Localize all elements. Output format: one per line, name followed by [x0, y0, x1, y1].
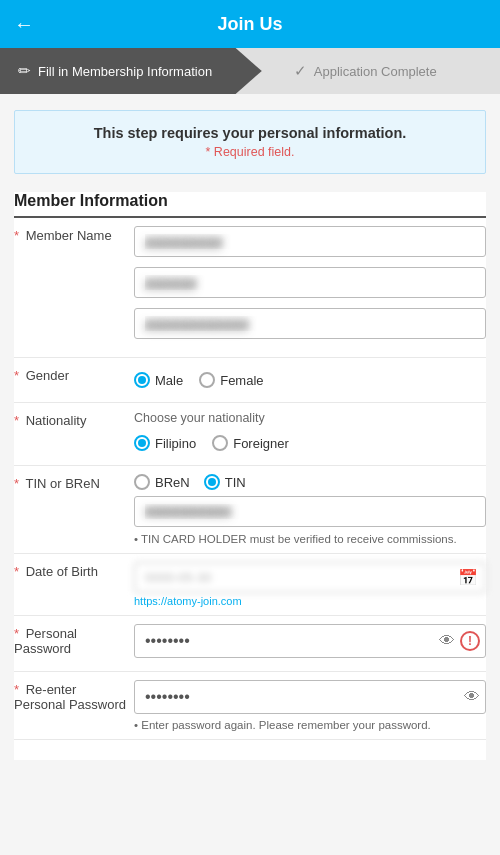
step-fill-info-label: Fill in Membership Information — [38, 64, 212, 79]
re-password-icons: 👁 — [464, 688, 480, 706]
dob-input[interactable] — [134, 562, 486, 593]
info-box-subtitle: * Required field. — [31, 145, 469, 159]
nationality-filipino[interactable]: Filipino — [134, 435, 196, 451]
re-password-input-wrapper: 👁 — [134, 680, 486, 714]
nationality-field: Choose your nationality Filipino Foreign… — [134, 403, 486, 466]
member-name-input-2-wrapper: XXXXXX — [134, 267, 486, 303]
gender-female-radio[interactable] — [199, 372, 215, 388]
gender-radio-group: Male Female — [134, 366, 486, 394]
edit-icon: ✏ — [18, 62, 31, 80]
member-name-fields: XXXXXXXXX XXXXXX XXXXXXXXXXXX — [134, 218, 486, 358]
back-button[interactable]: ← — [14, 13, 34, 36]
password-field: 👁 ! — [134, 616, 486, 672]
info-icon[interactable]: ! — [460, 631, 480, 651]
member-name-row: * Member Name XXXXXXXXX XXXXXX XXXXXXXXX… — [14, 218, 486, 358]
section-title: Member Information — [14, 192, 486, 218]
re-password-input[interactable] — [134, 680, 486, 714]
tin-bren-hint: TIN CARD HOLDER must be verified to rece… — [134, 533, 486, 545]
dob-row: * Date of Birth 📅 https://atomy-join.com — [14, 554, 486, 616]
step-fill-info[interactable]: ✏ Fill in Membership Information — [0, 48, 262, 94]
type-bren[interactable]: BReN — [134, 474, 190, 490]
nationality-foreigner-radio[interactable] — [212, 435, 228, 451]
member-name-input-1-wrapper: XXXXXXXXX — [134, 226, 486, 262]
header: ← Join Us — [0, 0, 500, 48]
steps-bar: ✏ Fill in Membership Information ✓ Appli… — [0, 48, 500, 94]
member-name-input-2[interactable] — [134, 267, 486, 298]
calendar-icon[interactable]: 📅 — [458, 568, 478, 587]
required-star: * — [14, 228, 19, 243]
info-box: This step requires your personal informa… — [14, 110, 486, 174]
info-box-title: This step requires your personal informa… — [31, 125, 469, 141]
gender-male-radio[interactable] — [134, 372, 150, 388]
nationality-row: * Nationality Choose your nationality Fi… — [14, 403, 486, 466]
eye-icon[interactable]: 👁 — [439, 632, 455, 650]
tin-radio[interactable] — [204, 474, 220, 490]
gender-label: * Gender — [14, 358, 134, 403]
re-password-label: * Re-enter Personal Password — [14, 672, 134, 740]
nationality-radio-group: Filipino Foreigner — [134, 429, 486, 457]
re-password-hint: Enter password again. Please remember yo… — [134, 719, 486, 731]
password-input[interactable] — [134, 624, 486, 658]
tin-bren-row: * TIN or BReN BReN TIN — [14, 466, 486, 554]
type-tin[interactable]: TIN — [204, 474, 246, 490]
dob-label: * Date of Birth — [14, 554, 134, 616]
member-name-input-3-wrapper: XXXXXXXXXXXX — [134, 308, 486, 344]
gender-female[interactable]: Female — [199, 372, 263, 388]
nationality-foreigner[interactable]: Foreigner — [212, 435, 289, 451]
tin-bren-label: * TIN or BReN — [14, 466, 134, 554]
password-icons: 👁 ! — [439, 631, 480, 651]
member-name-label: * Member Name — [14, 218, 134, 358]
re-password-row: * Re-enter Personal Password 👁 Enter pas… — [14, 672, 486, 740]
nationality-label: * Nationality — [14, 403, 134, 466]
dob-input-wrapper: 📅 — [134, 562, 486, 593]
nationality-filipino-radio[interactable] — [134, 435, 150, 451]
tin-bren-input-wrapper: XXXXXXXXXX — [134, 496, 486, 527]
url-watermark: https://atomy-join.com — [134, 595, 486, 607]
tin-bren-wrapper: BReN TIN XXXXXXXXXX — [134, 474, 486, 527]
bren-radio[interactable] — [134, 474, 150, 490]
dob-field: 📅 https://atomy-join.com — [134, 554, 486, 616]
header-title: Join Us — [217, 14, 282, 35]
tin-bren-input[interactable] — [134, 496, 486, 527]
member-info-section: Member Information * Member Name XXXXXXX… — [14, 192, 486, 760]
member-name-input-3[interactable] — [134, 308, 486, 339]
step-app-complete-label: Application Complete — [314, 64, 437, 79]
gender-male[interactable]: Male — [134, 372, 183, 388]
step-app-complete: ✓ Application Complete — [262, 48, 500, 94]
member-name-input-1[interactable] — [134, 226, 486, 257]
form-table: * Member Name XXXXXXXXX XXXXXX XXXXXXXXX… — [14, 218, 486, 740]
password-label: * Personal Password — [14, 616, 134, 672]
password-row: * Personal Password 👁 ! — [14, 616, 486, 672]
check-icon: ✓ — [294, 62, 307, 80]
gender-row: * Gender Male Female — [14, 358, 486, 403]
tin-bren-type-radios: BReN TIN — [134, 474, 486, 490]
password-input-wrapper: 👁 ! — [134, 624, 486, 658]
nationality-choose-label: Choose your nationality — [134, 411, 486, 425]
re-password-field: 👁 Enter password again. Please remember … — [134, 672, 486, 740]
tin-bren-field: BReN TIN XXXXXXXXXX TIN CARD HOLD — [134, 466, 486, 554]
gender-field: Male Female — [134, 358, 486, 403]
re-eye-icon[interactable]: 👁 — [464, 688, 480, 706]
